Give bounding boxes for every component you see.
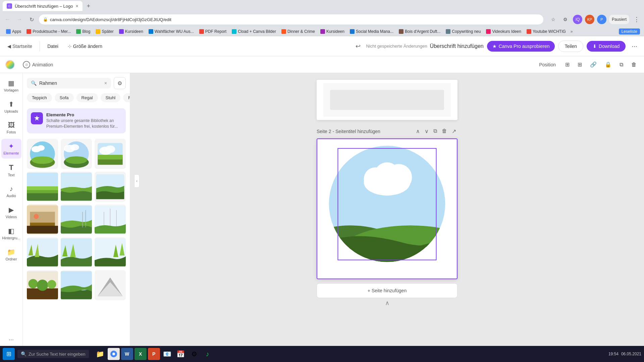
bookmark-social[interactable]: Social Media Mana... [348,28,395,35]
extension-btn[interactable]: ⚙ [561,15,570,24]
taskbar-search[interactable]: 🔍 Zur Suche Text hier eingeben [17,350,89,358]
chip-stuhl[interactable]: Stuhl [101,93,121,102]
back-btn[interactable]: ← [3,15,12,24]
file-menu[interactable]: Datei [44,42,62,51]
bookmark-cload[interactable]: Cload + Canva Bilder [230,28,278,35]
sidebar-item-ordner[interactable]: 📁 Ordner [1,245,21,264]
resize-menu[interactable]: ⊹ Größe ändern [64,42,106,51]
tab-close-btn[interactable]: × [75,3,78,9]
element-item[interactable] [95,139,126,169]
collapse-arrow[interactable]: ∧ [385,299,389,307]
sidebar-item-vorlagen[interactable]: ▦ Vorlagen [1,76,21,96]
element-item[interactable] [95,204,126,235]
element-item[interactable] [95,172,126,202]
reload-btn[interactable]: ↻ [27,15,36,24]
sidebar-item-hintergrund[interactable]: ◧ Hintergru... [1,224,21,243]
download-btn[interactable]: ⬇ Download [587,41,626,52]
bookmark-kursideen2[interactable]: Kursideen [318,28,346,35]
try-pro-btn[interactable]: ★ Canva Pro ausprobieren [487,41,555,52]
bookmark-youtube[interactable]: Youtube WICHTIG [525,28,568,35]
element-item[interactable] [27,270,58,300]
bookmark-star[interactable]: ☆ [549,15,558,24]
share-btn[interactable]: Teilen [558,41,583,52]
chip-fenster[interactable]: Fenster [123,93,130,102]
lock-icon[interactable]: 🔒 [603,59,613,70]
link-icon[interactable]: 🔗 [588,59,599,70]
chip-regal[interactable]: Regal [76,93,98,102]
taskbar-app-explorer[interactable]: 📁 [94,348,106,360]
element-item[interactable] [27,172,58,202]
element-item[interactable] [27,139,58,169]
bookmark-bois[interactable]: Bois d'Argent Duft... [397,28,442,35]
element-item[interactable] [61,139,92,169]
taskbar-app-spotify[interactable]: ♪ [202,348,214,360]
element-item[interactable] [27,237,58,267]
address-bar[interactable]: 🔒 canva.com/design/DAEdomzscjI/dr8FjHdCo… [39,14,543,24]
sidebar-item-fotos[interactable]: 🖼 Fotos [1,118,21,137]
profile-btn[interactable]: IQ [573,15,582,24]
trash-icon[interactable]: 🗑 [629,60,639,70]
color-picker[interactable] [5,60,15,69]
search-box[interactable]: 🔍 × [27,78,111,88]
element-item[interactable] [61,204,92,235]
layers-icon[interactable]: ⧉ [618,60,625,70]
pause-label[interactable]: Pausiert [609,15,629,24]
sidebar-item-text[interactable]: T Text [1,160,21,180]
profile-btn3[interactable]: P [597,15,606,24]
element-item[interactable] [95,270,126,300]
bookmark-wahlfaecher[interactable]: Wahlfächer WU Aus... [147,28,196,35]
page-duplicate-btn[interactable]: ⧉ [432,127,438,136]
bookmark-produktsuche[interactable]: Produktsuche - Mer... [24,28,73,35]
search-input[interactable] [39,80,102,86]
chip-teppich[interactable]: Teppich [27,93,52,102]
home-btn[interactable]: ◀ Startseite [4,42,36,51]
more-btn[interactable]: ··· [629,41,640,51]
start-btn[interactable]: ⊞ [3,348,15,360]
bookmark-kursideen[interactable]: Kursideen [117,28,145,35]
add-page-btn[interactable]: + Seite hinzufügen [317,283,458,298]
taskbar-app-powerpoint[interactable]: P [148,348,160,360]
element-item[interactable] [27,204,58,235]
taskbar-app-excel[interactable]: X [135,348,147,360]
sidebar-item-audio[interactable]: ♪ Audio [1,182,21,201]
undo-btn[interactable]: ↩ [353,41,363,51]
taskbar-app-settings[interactable]: ⚙ [188,348,200,360]
align-icon[interactable]: ⊞ [563,59,572,70]
page-down-btn[interactable]: ∨ [423,127,430,136]
profile-btn2[interactable]: KP [585,15,594,24]
taskbar-app-calendar[interactable]: 📅 [175,348,187,360]
taskbar-app-chrome[interactable] [108,348,120,360]
position-btn[interactable]: Position [536,60,559,69]
more-options[interactable]: ⋮ [632,15,641,24]
new-tab-btn[interactable]: + [84,1,93,11]
element-item[interactable] [95,237,126,267]
bookmark-copy[interactable]: Copywriting neu [444,28,483,35]
canvas-area[interactable]: Seite 2 - Seitentitel hinzufügen ∧ ∨ ⧉ 🗑… [130,73,644,349]
bookmark-blog[interactable]: Blog [74,28,92,35]
forward-btn[interactable]: → [15,15,24,24]
element-item[interactable] [61,270,92,300]
sidebar-item-videos[interactable]: ▶ Videos [1,202,21,222]
bookmark-dinner[interactable]: Dinner & Crime [279,28,317,35]
clear-btn[interactable]: × [104,80,107,86]
page-delete-btn[interactable]: 🗑 [440,127,448,136]
bookmark-pdf[interactable]: PDF Report [197,28,228,35]
page-up-btn[interactable]: ∧ [415,127,421,136]
active-tab[interactable]: C Überschrift hinzufügen – Logo × [3,1,83,11]
bookmarks-more[interactable]: » [569,28,574,35]
page-share-btn[interactable]: ↗ [450,127,458,136]
taskbar-app-mail[interactable]: 📧 [161,348,173,360]
sidebar-more[interactable]: ··· [6,334,16,346]
canvas-frame[interactable] [317,138,458,279]
panel-collapse-btn[interactable]: ‹ [134,174,140,188]
read-later-btn[interactable]: Leselistе [619,28,640,35]
sidebar-item-uploads[interactable]: ⬆ Uploads [1,97,21,117]
grid-icon[interactable]: ⊞ [576,59,584,70]
bookmark-spaeter[interactable]: Später [94,28,115,35]
sidebar-item-elemente[interactable]: ✦ Elemente [1,139,21,159]
bookmark-video[interactable]: Videokurs Ideen [484,28,523,35]
element-item[interactable] [61,237,92,267]
filter-btn[interactable]: ⚙ [114,77,126,89]
animation-btn[interactable]: ◎ Animation [19,59,57,70]
element-item[interactable] [61,172,92,202]
